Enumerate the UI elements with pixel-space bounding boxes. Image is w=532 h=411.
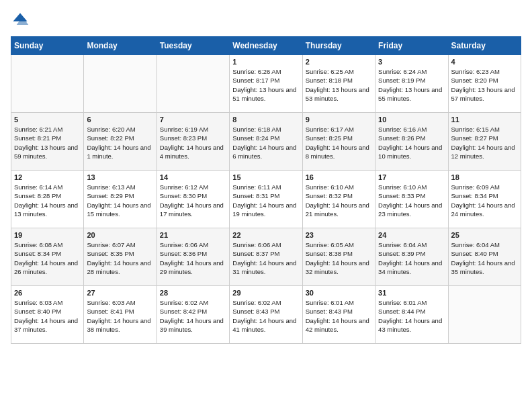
day-number: 12 — [14, 173, 81, 181]
cell-info: Sunrise: 6:25 AMSunset: 8:18 PMDaylight:… — [306, 68, 369, 102]
cell-info: Sunrise: 6:05 AMSunset: 8:38 PMDaylight:… — [306, 241, 369, 275]
calendar-cell: 28Sunrise: 6:02 AMSunset: 8:42 PMDayligh… — [157, 286, 229, 344]
page: Sunday Monday Tuesday Wednesday Thursday… — [0, 0, 532, 351]
day-number: 29 — [232, 289, 299, 297]
day-number: 31 — [378, 289, 445, 297]
calendar-cell: 3Sunrise: 6:24 AMSunset: 8:19 PMDaylight… — [375, 55, 448, 113]
calendar-cell: 21Sunrise: 6:06 AMSunset: 8:36 PMDayligh… — [157, 228, 229, 286]
day-number: 25 — [451, 231, 518, 239]
day-number: 3 — [378, 58, 445, 66]
day-number: 11 — [451, 116, 518, 124]
day-number: 2 — [306, 58, 372, 66]
col-thursday: Thursday — [302, 37, 375, 55]
calendar-cell: 30Sunrise: 6:01 AMSunset: 8:43 PMDayligh… — [302, 286, 375, 344]
calendar-table: Sunday Monday Tuesday Wednesday Thursday… — [11, 36, 521, 344]
cell-info: Sunrise: 6:01 AMSunset: 8:44 PMDaylight:… — [378, 299, 442, 333]
calendar-cell: 27Sunrise: 6:03 AMSunset: 8:41 PMDayligh… — [84, 286, 157, 344]
calendar-cell: 4Sunrise: 6:23 AMSunset: 8:20 PMDaylight… — [448, 55, 521, 113]
cell-info: Sunrise: 6:12 AMSunset: 8:30 PMDaylight:… — [160, 183, 224, 218]
calendar-cell: 5Sunrise: 6:21 AMSunset: 8:21 PMDaylight… — [11, 113, 84, 171]
week-row-2: 5Sunrise: 6:21 AMSunset: 8:21 PMDaylight… — [11, 113, 521, 171]
col-tuesday: Tuesday — [157, 37, 229, 55]
calendar-cell: 10Sunrise: 6:16 AMSunset: 8:26 PMDayligh… — [375, 113, 448, 171]
day-number: 9 — [306, 116, 372, 124]
day-number: 5 — [14, 116, 81, 124]
week-row-5: 26Sunrise: 6:03 AMSunset: 8:40 PMDayligh… — [11, 286, 521, 344]
calendar-cell: 20Sunrise: 6:07 AMSunset: 8:35 PMDayligh… — [84, 228, 157, 286]
cell-info: Sunrise: 6:23 AMSunset: 8:20 PMDaylight:… — [451, 68, 515, 102]
cell-info: Sunrise: 6:19 AMSunset: 8:23 PMDaylight:… — [160, 126, 224, 160]
calendar-cell: 17Sunrise: 6:10 AMSunset: 8:33 PMDayligh… — [375, 171, 448, 228]
calendar-cell — [84, 55, 157, 113]
calendar-cell: 19Sunrise: 6:08 AMSunset: 8:34 PMDayligh… — [11, 228, 84, 286]
day-number: 23 — [306, 231, 372, 239]
cell-info: Sunrise: 6:13 AMSunset: 8:29 PMDaylight:… — [87, 183, 150, 218]
day-number: 17 — [378, 173, 445, 181]
cell-info: Sunrise: 6:20 AMSunset: 8:22 PMDaylight:… — [87, 126, 150, 160]
calendar-cell: 7Sunrise: 6:19 AMSunset: 8:23 PMDaylight… — [157, 113, 229, 171]
week-row-1: 1Sunrise: 6:26 AMSunset: 8:17 PMDaylight… — [11, 55, 521, 113]
day-number: 26 — [14, 289, 81, 297]
calendar-cell — [157, 55, 229, 113]
cell-info: Sunrise: 6:07 AMSunset: 8:35 PMDaylight:… — [87, 241, 150, 275]
calendar-cell — [11, 55, 84, 113]
day-number: 19 — [14, 231, 81, 239]
header — [11, 11, 521, 30]
calendar-cell: 18Sunrise: 6:09 AMSunset: 8:34 PMDayligh… — [448, 171, 521, 228]
cell-info: Sunrise: 6:18 AMSunset: 8:24 PMDaylight:… — [232, 126, 296, 160]
calendar-cell: 24Sunrise: 6:04 AMSunset: 8:39 PMDayligh… — [375, 228, 448, 286]
cell-info: Sunrise: 6:16 AMSunset: 8:26 PMDaylight:… — [378, 126, 442, 160]
day-number: 10 — [378, 116, 445, 124]
calendar-cell — [448, 286, 521, 344]
calendar-cell: 1Sunrise: 6:26 AMSunset: 8:17 PMDaylight… — [230, 55, 302, 113]
calendar-cell: 22Sunrise: 6:06 AMSunset: 8:37 PMDayligh… — [230, 228, 302, 286]
col-monday: Monday — [84, 37, 157, 55]
day-number: 8 — [232, 116, 299, 124]
col-friday: Friday — [375, 37, 448, 55]
week-row-4: 19Sunrise: 6:08 AMSunset: 8:34 PMDayligh… — [11, 228, 521, 286]
cell-info: Sunrise: 6:21 AMSunset: 8:21 PMDaylight:… — [14, 126, 78, 160]
cell-info: Sunrise: 6:03 AMSunset: 8:41 PMDaylight:… — [87, 299, 150, 333]
calendar-cell: 8Sunrise: 6:18 AMSunset: 8:24 PMDaylight… — [230, 113, 302, 171]
calendar-cell: 9Sunrise: 6:17 AMSunset: 8:25 PMDaylight… — [302, 113, 375, 171]
day-number: 18 — [451, 173, 518, 181]
col-sunday: Sunday — [11, 37, 84, 55]
logo — [11, 11, 32, 30]
col-saturday: Saturday — [448, 37, 521, 55]
calendar-cell: 29Sunrise: 6:02 AMSunset: 8:43 PMDayligh… — [230, 286, 302, 344]
cell-info: Sunrise: 6:04 AMSunset: 8:39 PMDaylight:… — [378, 241, 442, 275]
day-number: 21 — [160, 231, 226, 239]
day-number: 13 — [87, 173, 153, 181]
day-number: 16 — [306, 173, 372, 181]
cell-info: Sunrise: 6:04 AMSunset: 8:40 PMDaylight:… — [451, 241, 515, 275]
cell-info: Sunrise: 6:01 AMSunset: 8:43 PMDaylight:… — [306, 299, 369, 333]
cell-info: Sunrise: 6:11 AMSunset: 8:31 PMDaylight:… — [232, 183, 296, 218]
cell-info: Sunrise: 6:17 AMSunset: 8:25 PMDaylight:… — [306, 126, 369, 160]
calendar-cell: 15Sunrise: 6:11 AMSunset: 8:31 PMDayligh… — [230, 171, 302, 228]
calendar-cell: 6Sunrise: 6:20 AMSunset: 8:22 PMDaylight… — [84, 113, 157, 171]
cell-info: Sunrise: 6:02 AMSunset: 8:42 PMDaylight:… — [160, 299, 224, 333]
cell-info: Sunrise: 6:15 AMSunset: 8:27 PMDaylight:… — [451, 126, 515, 160]
week-row-3: 12Sunrise: 6:14 AMSunset: 8:28 PMDayligh… — [11, 171, 521, 228]
cell-info: Sunrise: 6:03 AMSunset: 8:40 PMDaylight:… — [14, 299, 78, 333]
calendar-cell: 13Sunrise: 6:13 AMSunset: 8:29 PMDayligh… — [84, 171, 157, 228]
cell-info: Sunrise: 6:10 AMSunset: 8:32 PMDaylight:… — [306, 183, 369, 218]
day-number: 7 — [160, 116, 226, 124]
logo-icon — [11, 11, 30, 30]
calendar-cell: 31Sunrise: 6:01 AMSunset: 8:44 PMDayligh… — [375, 286, 448, 344]
calendar-cell: 16Sunrise: 6:10 AMSunset: 8:32 PMDayligh… — [302, 171, 375, 228]
day-number: 4 — [451, 58, 518, 66]
cell-info: Sunrise: 6:24 AMSunset: 8:19 PMDaylight:… — [378, 68, 442, 102]
day-number: 1 — [232, 58, 299, 66]
header-row: Sunday Monday Tuesday Wednesday Thursday… — [11, 37, 521, 55]
day-number: 15 — [232, 173, 299, 181]
day-number: 30 — [306, 289, 372, 297]
col-wednesday: Wednesday — [230, 37, 302, 55]
calendar-cell: 2Sunrise: 6:25 AMSunset: 8:18 PMDaylight… — [302, 55, 375, 113]
day-number: 22 — [232, 231, 299, 239]
calendar-cell: 23Sunrise: 6:05 AMSunset: 8:38 PMDayligh… — [302, 228, 375, 286]
day-number: 6 — [87, 116, 153, 124]
cell-info: Sunrise: 6:02 AMSunset: 8:43 PMDaylight:… — [232, 299, 296, 333]
cell-info: Sunrise: 6:26 AMSunset: 8:17 PMDaylight:… — [232, 68, 296, 102]
day-number: 28 — [160, 289, 226, 297]
